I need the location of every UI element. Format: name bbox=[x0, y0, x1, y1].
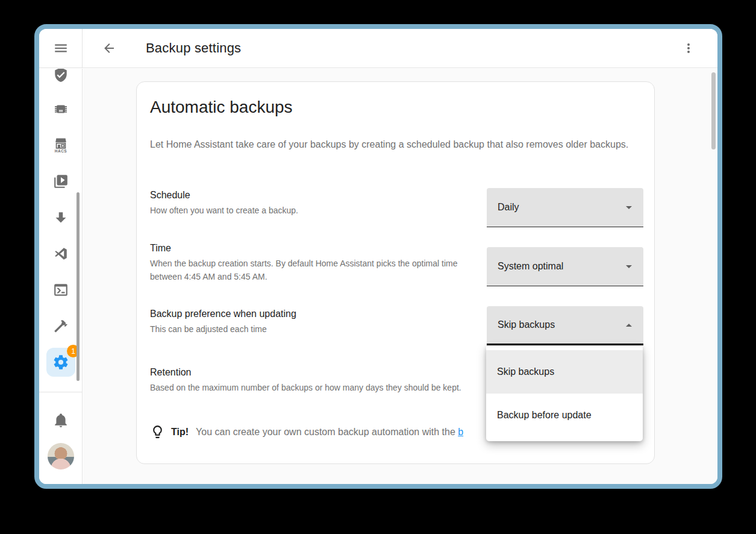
gear-icon bbox=[52, 354, 69, 371]
sidebar-item-terminal[interactable] bbox=[46, 275, 75, 304]
backup-automation-link[interactable]: b bbox=[458, 427, 463, 437]
bell-icon bbox=[53, 412, 69, 428]
arrow-left-icon bbox=[102, 41, 116, 55]
time-select-value: System optimal bbox=[498, 261, 563, 272]
schedule-select[interactable]: Daily bbox=[487, 188, 643, 227]
sidebar-item-esphome[interactable] bbox=[46, 95, 75, 124]
tip-text: You can create your own custom backup au… bbox=[196, 427, 463, 438]
app-header: Backup settings bbox=[39, 29, 717, 68]
schedule-select-value: Daily bbox=[498, 202, 519, 213]
backup-preference-label: Backup preference when updating bbox=[150, 309, 296, 319]
time-label: Time bbox=[150, 243, 171, 254]
tip-label: Tip! bbox=[171, 427, 189, 438]
arrow-down-bold-icon bbox=[53, 210, 69, 225]
lightbulb-icon bbox=[150, 424, 165, 439]
retention-label: Retention bbox=[150, 367, 192, 378]
chevron-up-icon bbox=[622, 318, 636, 332]
sidebar-item-hacs[interactable]: HACS bbox=[46, 131, 75, 160]
sidebar-toggle-cell bbox=[39, 29, 83, 68]
sidebar: HACS bbox=[39, 69, 83, 484]
vscode-icon bbox=[53, 246, 69, 262]
menu-option-skip-backups[interactable]: Skip backups bbox=[486, 350, 643, 394]
page-title: Backup settings bbox=[146, 40, 241, 56]
schedule-label: Schedule bbox=[150, 190, 190, 201]
hammer-icon bbox=[53, 318, 69, 334]
card-title: Automatic backups bbox=[150, 98, 293, 117]
sidebar-item-downloader[interactable] bbox=[46, 203, 75, 232]
hacs-label: HACS bbox=[55, 149, 67, 153]
chip-icon bbox=[53, 101, 69, 117]
sidebar-scrollbar[interactable] bbox=[77, 192, 80, 381]
header-main: Backup settings bbox=[83, 29, 717, 68]
time-description: When the backup creation starts. By defa… bbox=[150, 257, 475, 283]
backup-preference-select-value: Skip backups bbox=[498, 319, 555, 330]
sidebar-divider bbox=[39, 392, 82, 392]
sidebar-item-security[interactable] bbox=[46, 69, 75, 89]
backup-preference-select[interactable]: Skip backups bbox=[487, 306, 643, 345]
menu-option-backup-before-update[interactable]: Backup before update bbox=[486, 394, 643, 437]
retention-description: Based on the maximum number of backups o… bbox=[150, 382, 472, 395]
back-button[interactable] bbox=[102, 41, 116, 55]
schedule-description: How often you want to create a backup. bbox=[150, 204, 478, 218]
time-select[interactable]: System optimal bbox=[487, 247, 643, 286]
sidebar-item-settings[interactable]: 1 bbox=[46, 348, 75, 377]
storefront-icon bbox=[54, 137, 68, 149]
hamburger-menu-button[interactable] bbox=[53, 40, 69, 56]
shield-check-icon bbox=[53, 69, 69, 83]
chevron-down-icon bbox=[622, 259, 636, 274]
kebab-menu-icon bbox=[681, 41, 696, 55]
notifications-button[interactable] bbox=[46, 406, 75, 435]
content-scrollbar[interactable] bbox=[711, 72, 716, 149]
sidebar-item-vscode[interactable] bbox=[46, 239, 75, 268]
sidebar-item-devtools[interactable] bbox=[46, 312, 75, 341]
chevron-down-icon bbox=[622, 200, 636, 215]
card-description: Let Home Assistant take care of your bac… bbox=[150, 137, 635, 151]
play-box-multiple-icon bbox=[53, 174, 69, 189]
sidebar-item-media[interactable] bbox=[46, 167, 75, 196]
backup-preference-description: This can be adjusted each time bbox=[150, 323, 475, 336]
app-window: Backup settings bbox=[34, 24, 722, 489]
hamburger-menu-icon bbox=[53, 40, 69, 56]
overflow-menu-button[interactable] bbox=[681, 41, 696, 55]
user-avatar[interactable] bbox=[48, 443, 74, 470]
backup-preference-dropdown-menu: Skip backups Backup before update bbox=[486, 346, 643, 441]
console-icon bbox=[53, 282, 69, 298]
